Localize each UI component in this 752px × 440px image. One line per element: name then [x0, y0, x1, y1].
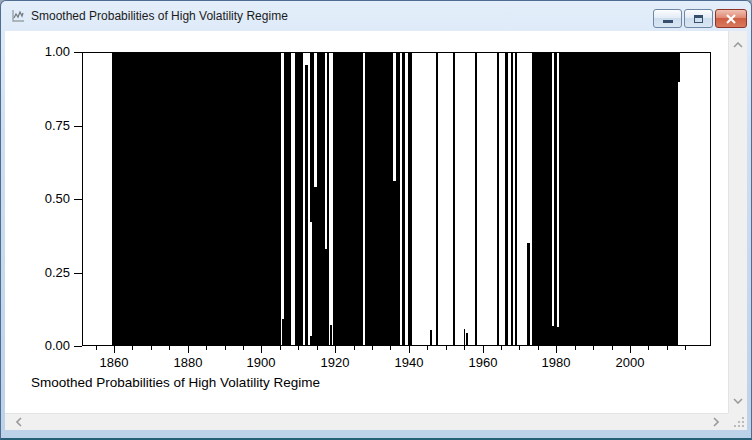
- y-tick-label: 1.00: [30, 44, 70, 59]
- x-tick-label: 2000: [608, 355, 652, 370]
- x-tick-label: 1960: [461, 355, 505, 370]
- probability-bar: [333, 53, 363, 345]
- probability-bar: [527, 243, 529, 345]
- probability-bar: [284, 53, 291, 345]
- restore-icon: [694, 15, 703, 23]
- x-tick-major: [483, 346, 484, 353]
- probability-bar: [305, 65, 308, 345]
- probability-bar: [532, 53, 552, 345]
- probability-bar: [436, 53, 438, 345]
- x-tick-minor: [538, 346, 539, 350]
- probability-bar: [497, 53, 499, 345]
- probability-bar: [466, 333, 468, 345]
- probability-bar: [317, 53, 325, 345]
- x-tick-major: [114, 346, 115, 353]
- x-tick-major: [261, 346, 262, 353]
- y-tick-label: 0.25: [30, 265, 70, 280]
- probability-bar: [430, 330, 432, 345]
- minimize-button[interactable]: [653, 9, 682, 28]
- x-tick-minor: [612, 346, 613, 350]
- restore-button[interactable]: [684, 9, 713, 28]
- x-tick-major: [409, 346, 410, 353]
- x-tick-minor: [132, 346, 133, 350]
- x-tick-major: [556, 346, 557, 353]
- probability-bar: [408, 53, 413, 345]
- x-tick-major: [630, 346, 631, 353]
- x-tick-minor: [151, 346, 152, 350]
- x-tick-minor: [96, 346, 97, 350]
- x-tick-minor: [575, 346, 576, 350]
- chart-bottom-label: Smoothed Probabilities of High Volatilit…: [31, 375, 320, 390]
- probability-bar: [554, 53, 557, 345]
- probability-bar: [559, 53, 678, 345]
- plot-canvas: 1.000.750.500.250.0018601880190019201940…: [5, 31, 728, 413]
- probability-bar: [453, 53, 455, 345]
- y-tick: [74, 346, 82, 347]
- plot-box: [82, 52, 711, 346]
- x-tick-label: 1980: [534, 355, 578, 370]
- probability-bar: [330, 325, 332, 345]
- x-tick-minor: [519, 346, 520, 350]
- x-tick-label: 1920: [313, 355, 357, 370]
- x-tick-minor: [685, 346, 686, 350]
- x-tick-major: [335, 346, 336, 353]
- probability-bar: [396, 53, 400, 345]
- close-icon: [725, 14, 737, 24]
- y-tick: [74, 273, 82, 274]
- x-tick-minor: [354, 346, 355, 350]
- scrollbar-corner: [728, 413, 747, 430]
- x-tick-minor: [206, 346, 207, 350]
- chevron-down-icon[interactable]: [732, 395, 744, 407]
- y-tick: [74, 52, 82, 53]
- vertical-scrollbar[interactable]: [728, 31, 747, 413]
- probability-bar: [295, 53, 303, 345]
- x-tick-label: 1900: [239, 355, 283, 370]
- x-tick-minor: [372, 346, 373, 350]
- chevron-up-icon[interactable]: [732, 39, 744, 51]
- resize-grip-icon[interactable]: [733, 416, 745, 428]
- chevron-right-icon[interactable]: [710, 416, 722, 428]
- x-tick-label: 1940: [387, 355, 431, 370]
- x-tick-major: [188, 346, 189, 353]
- probability-bar: [402, 53, 405, 345]
- x-tick-minor: [446, 346, 447, 350]
- window-title: Smoothed Probabilities of High Volatilit…: [31, 9, 288, 23]
- x-tick-label: 1860: [92, 355, 136, 370]
- y-tick: [74, 199, 82, 200]
- graphics-device-icon: [10, 8, 26, 24]
- y-tick-label: 0.50: [30, 191, 70, 206]
- app-window: Smoothed Probabilities of High Volatilit…: [0, 0, 752, 440]
- close-button[interactable]: [715, 9, 747, 28]
- x-tick-minor: [390, 346, 391, 350]
- x-tick-minor: [667, 346, 668, 350]
- probability-bar: [365, 53, 393, 345]
- horizontal-scrollbar[interactable]: [5, 413, 728, 430]
- probability-bar: [112, 53, 281, 345]
- probability-bar: [505, 53, 507, 345]
- x-tick-minor: [169, 346, 170, 350]
- bars-layer: [83, 53, 710, 345]
- probability-bar: [515, 53, 517, 345]
- y-tick-label: 0.00: [30, 338, 70, 353]
- chevron-left-icon[interactable]: [13, 416, 25, 428]
- x-tick-minor: [317, 346, 318, 350]
- probability-bar: [327, 53, 330, 345]
- minimize-icon: [663, 20, 673, 23]
- x-tick-minor: [501, 346, 502, 350]
- x-tick-minor: [298, 346, 299, 350]
- y-tick: [74, 126, 82, 127]
- probability-bar: [475, 53, 478, 345]
- title-bar[interactable]: Smoothed Probabilities of High Volatilit…: [1, 1, 751, 31]
- x-tick-minor: [464, 346, 465, 350]
- x-tick-label: 1880: [166, 355, 210, 370]
- probability-bar: [678, 53, 680, 82]
- x-tick-minor: [225, 346, 226, 350]
- x-tick-minor: [648, 346, 649, 350]
- x-tick-minor: [593, 346, 594, 350]
- x-tick-minor: [427, 346, 428, 350]
- probability-bar: [511, 53, 513, 345]
- x-tick-minor: [280, 346, 281, 350]
- y-tick-label: 0.75: [30, 118, 70, 133]
- x-tick-minor: [243, 346, 244, 350]
